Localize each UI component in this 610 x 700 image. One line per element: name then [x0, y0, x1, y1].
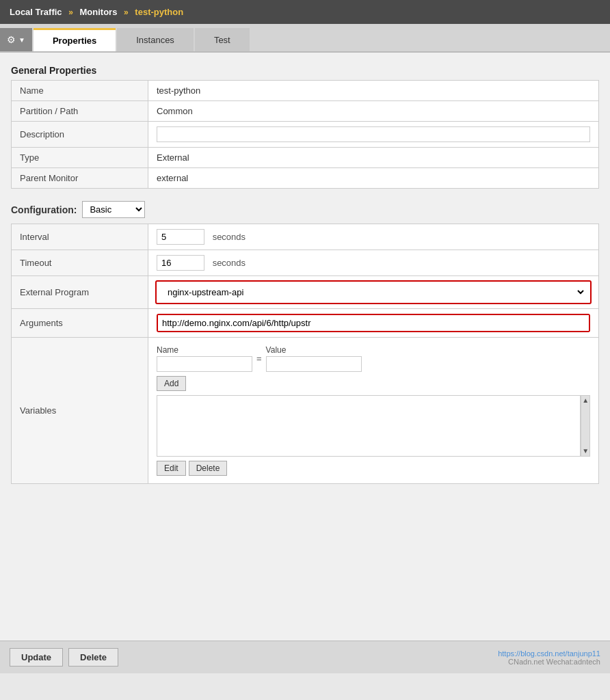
parent-monitor-value: external	[148, 168, 599, 189]
tab-instances[interactable]: Instances	[117, 28, 194, 51]
table-row: Partition / Path Common	[12, 101, 599, 122]
timeout-label: Timeout	[12, 250, 148, 276]
edit-variable-button[interactable]: Edit	[157, 461, 186, 476]
table-row: Type External	[12, 148, 599, 168]
breadcrumb-part2: Monitors	[80, 7, 118, 17]
configuration-table: Interval seconds Timeout seconds Externa…	[11, 224, 599, 484]
description-input[interactable]	[157, 126, 590, 142]
arguments-highlight-box	[157, 314, 590, 332]
type-label: Type	[12, 148, 148, 168]
chevron-down-icon: ▼	[18, 36, 25, 44]
footer-bar: Update Delete https://blog.csdn.net/tanj…	[0, 641, 610, 673]
arguments-row: Arguments	[12, 309, 599, 338]
tab-properties[interactable]: Properties	[34, 28, 116, 51]
breadcrumb-part1: Local Traffic	[10, 7, 62, 17]
name-col-label: Name	[157, 345, 252, 355]
watermark-line2: CNadn.net Wechat:adntech	[498, 658, 600, 666]
partition-label: Partition / Path	[12, 101, 148, 122]
tab-bar: ⚙ ▼ Properties Instances Test	[0, 24, 610, 53]
interval-unit: seconds	[213, 232, 246, 242]
interval-input[interactable]	[157, 229, 204, 245]
external-program-label: External Program	[12, 276, 148, 309]
arguments-label: Arguments	[12, 309, 148, 338]
external-program-select[interactable]: nginx-upstream-api	[161, 284, 586, 300]
description-label: Description	[12, 122, 148, 148]
type-value: External	[148, 148, 599, 168]
update-button[interactable]: Update	[10, 648, 63, 667]
external-program-row: External Program nginx-upstream-api	[12, 276, 599, 309]
add-variable-button[interactable]: Add	[157, 376, 186, 391]
scroll-up-icon[interactable]: ▲	[582, 397, 589, 404]
configuration-label: Configuration:	[11, 204, 77, 215]
interval-cell: seconds	[148, 224, 599, 250]
partition-value: Common	[148, 101, 599, 122]
external-program-highlight-box: nginx-upstream-api	[155, 280, 592, 304]
timeout-row: Timeout seconds	[12, 250, 599, 276]
footer-watermark: https://blog.csdn.net/tanjunp11 CNadn.ne…	[498, 649, 600, 666]
tab-test[interactable]: Test	[195, 28, 250, 51]
arguments-input[interactable]	[158, 315, 589, 331]
delete-variable-button[interactable]: Delete	[189, 461, 228, 476]
watermark-line1: https://blog.csdn.net/tanjunp11	[498, 649, 600, 658]
timeout-unit: seconds	[213, 258, 246, 268]
table-row: Name test-python	[12, 81, 599, 101]
name-label: Name	[12, 81, 148, 101]
name-value: test-python	[148, 81, 599, 101]
breadcrumb-active: test-python	[135, 7, 183, 17]
variables-name-value-row: Name = Value	[157, 345, 590, 372]
table-row: Parent Monitor external	[12, 168, 599, 189]
variables-label: Variables	[12, 338, 148, 484]
scroll-down-icon[interactable]: ▼	[582, 448, 589, 455]
footer-left: Update Delete	[10, 648, 118, 667]
general-properties-table: Name test-python Partition / Path Common…	[11, 80, 599, 189]
variables-value-input[interactable]	[266, 356, 362, 372]
configuration-header: Configuration: Basic Advanced	[11, 201, 599, 218]
configuration-mode-select[interactable]: Basic Advanced	[82, 201, 145, 218]
timeout-input[interactable]	[157, 255, 204, 271]
value-col-label: Value	[266, 345, 362, 355]
variables-cell: Name = Value Add ▲	[148, 338, 599, 484]
variables-container: Name = Value Add ▲	[157, 342, 590, 479]
delete-button[interactable]: Delete	[68, 648, 118, 667]
breadcrumb-sep1: »	[68, 8, 73, 17]
variables-name-input[interactable]	[157, 356, 252, 372]
variables-textarea-wrapper: ▲ ▼	[157, 395, 590, 457]
parent-monitor-label: Parent Monitor	[12, 168, 148, 189]
timeout-cell: seconds	[148, 250, 599, 276]
external-program-cell: nginx-upstream-api	[148, 276, 599, 309]
interval-row: Interval seconds	[12, 224, 599, 250]
arguments-cell	[148, 309, 599, 338]
general-properties-title: General Properties	[11, 65, 599, 76]
equals-sign: =	[256, 353, 262, 364]
table-row: Description	[12, 122, 599, 148]
gear-menu-button[interactable]: ⚙ ▼	[0, 28, 32, 51]
breadcrumb-sep2: »	[124, 8, 129, 17]
interval-label: Interval	[12, 224, 148, 250]
variable-actions: Edit Delete	[157, 461, 590, 476]
variables-row: Variables Name = Value Add	[12, 338, 599, 484]
main-content: General Properties Name test-python Part…	[0, 53, 610, 641]
description-value	[148, 122, 599, 148]
breadcrumb: Local Traffic » Monitors » test-python	[0, 0, 610, 24]
variables-textarea[interactable]	[157, 395, 581, 457]
variables-scrollbar[interactable]: ▲ ▼	[581, 395, 590, 457]
gear-icon: ⚙	[7, 34, 16, 45]
